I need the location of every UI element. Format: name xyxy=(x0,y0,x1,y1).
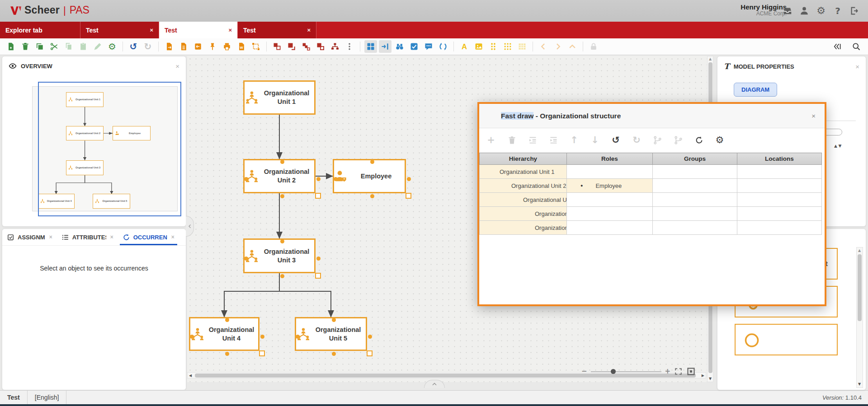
fast-draw-row-3[interactable]: Organizational Unit 3 xyxy=(480,193,822,207)
chevron-left-button[interactable] xyxy=(537,40,550,53)
document-tab-test-1[interactable]: Test× xyxy=(80,22,159,38)
fast-draw-row-5[interactable]: Organizational Unit 5 xyxy=(480,221,822,235)
canvas-node-emp[interactable]: Employee xyxy=(333,159,406,193)
close-tab-icon[interactable]: × xyxy=(307,27,311,33)
dots-3x3-button[interactable] xyxy=(501,40,514,53)
crop-button[interactable] xyxy=(250,40,262,53)
selection-handle-dot[interactable] xyxy=(244,257,248,261)
layer-front-button[interactable] xyxy=(271,40,283,53)
fast-draw-undo-button[interactable]: ↺ xyxy=(610,135,621,145)
model-export-button[interactable] xyxy=(192,40,204,53)
roles-cell[interactable] xyxy=(567,221,653,235)
scroll-up-icon[interactable]: ▲ xyxy=(858,249,861,252)
file-lines-button[interactable] xyxy=(177,40,190,53)
status-model-name[interactable]: Test xyxy=(0,391,28,404)
minimap[interactable]: Organizational Unit 1Organizational Unit… xyxy=(2,56,187,227)
print-button[interactable] xyxy=(221,40,233,53)
stepper-down-icon[interactable]: ▼ xyxy=(838,144,841,148)
hierarchy-cell[interactable]: Organizational Unit 5 xyxy=(480,221,567,235)
inbox-button[interactable] xyxy=(782,5,793,16)
groups-cell[interactable] xyxy=(653,193,737,207)
selection-handle-dot[interactable] xyxy=(280,274,284,278)
clone-button[interactable] xyxy=(33,40,46,53)
close-icon[interactable]: × xyxy=(855,63,859,70)
groups-cell[interactable] xyxy=(653,207,737,221)
resize-handle[interactable] xyxy=(259,350,265,356)
diagram-tab-button[interactable]: DIAGRAM xyxy=(734,83,777,97)
canvas-node-ou2[interactable]: Organizational Unit 2 xyxy=(243,159,316,193)
palette-scrollbar-thumb[interactable] xyxy=(858,254,862,321)
roles-cell[interactable]: ●Employee xyxy=(567,179,653,193)
roles-cell[interactable] xyxy=(567,193,653,207)
locations-cell[interactable] xyxy=(737,207,822,221)
stepper-up-icon[interactable]: ▲ xyxy=(834,144,837,148)
file-word-button[interactable]: W xyxy=(235,40,248,53)
fit-to-screen-icon[interactable] xyxy=(686,367,696,376)
column-header-hierarchy[interactable]: Hierarchy xyxy=(480,153,567,165)
locations-cell[interactable] xyxy=(737,193,822,207)
fast-draw-row-2[interactable]: Organizational Unit 2●Employee xyxy=(480,179,822,193)
fast-draw-move-down-button[interactable]: ↓ xyxy=(590,135,600,145)
selection-handle-dot[interactable] xyxy=(334,177,338,181)
document-tab-test-2[interactable]: Test× xyxy=(159,22,238,38)
canvas-node-ou5[interactable]: Organizational Unit 5 xyxy=(295,317,367,351)
resize-handle[interactable] xyxy=(315,273,321,279)
search-button[interactable] xyxy=(850,40,863,53)
selection-handle-dot[interactable] xyxy=(316,257,321,261)
logout-button[interactable] xyxy=(849,5,860,16)
selection-handle-dot[interactable] xyxy=(280,160,284,164)
roles-cell[interactable] xyxy=(567,207,653,221)
zoom-in-button[interactable]: + xyxy=(665,368,671,375)
minimap-viewport[interactable] xyxy=(38,82,181,216)
selection-handle-dot[interactable] xyxy=(244,177,248,181)
fast-draw-row-1[interactable]: Organizational Unit 1 xyxy=(480,165,822,179)
palette-scrollbar[interactable]: ▲ ▼ xyxy=(856,247,863,388)
zoom-out-button[interactable]: − xyxy=(581,368,587,375)
chevron-right-button[interactable] xyxy=(552,40,564,53)
panel-tab-assignm[interactable]: ASSIGNM× xyxy=(2,229,57,245)
fast-draw-refresh-button[interactable] xyxy=(693,135,704,145)
zoom-slider[interactable] xyxy=(591,369,661,375)
close-tab-icon[interactable]: × xyxy=(150,27,153,33)
selection-handle-dot[interactable] xyxy=(368,335,372,339)
selection-handle-dot[interactable] xyxy=(370,194,374,198)
status-language[interactable]: [English] xyxy=(28,391,67,404)
binoculars-button[interactable] xyxy=(393,40,406,53)
locations-cell[interactable] xyxy=(737,165,822,179)
canvas-node-ou1[interactable]: Organizational Unit 1 xyxy=(243,80,316,115)
selection-handle-dot[interactable] xyxy=(332,318,336,322)
locations-cell[interactable] xyxy=(737,179,822,193)
groups-cell[interactable] xyxy=(653,179,737,193)
column-header-groups[interactable]: Groups xyxy=(653,153,737,165)
palette-item-role[interactable] xyxy=(735,324,838,355)
fast-draw-dialog-header[interactable]: Fast draw - Organizational structure × xyxy=(479,104,825,128)
fast-draw-trash-button[interactable] xyxy=(506,135,517,145)
column-header-roles[interactable]: Roles xyxy=(567,153,653,165)
chevron-up-button[interactable] xyxy=(566,40,579,53)
close-tab-icon[interactable]: × xyxy=(110,234,113,240)
user-button[interactable] xyxy=(799,5,810,16)
fast-draw-branch-alt-button[interactable] xyxy=(673,135,684,145)
fast-draw-redo-button[interactable]: ↻ xyxy=(631,135,642,145)
hierarchy-cell[interactable]: Organizational Unit 3 xyxy=(480,193,567,207)
fast-draw-outdent-button[interactable] xyxy=(527,135,538,145)
groups-cell[interactable] xyxy=(653,221,737,235)
fast-draw-indent-button[interactable] xyxy=(548,135,559,145)
file-plus-button[interactable] xyxy=(5,40,17,53)
panel-tab-attributes[interactable]: ATTRIBUTES× xyxy=(57,229,118,245)
selection-handle-dot[interactable] xyxy=(280,194,284,198)
resize-handle[interactable] xyxy=(406,193,411,199)
gear-button[interactable]: ⚙ xyxy=(816,5,826,16)
close-tab-icon[interactable]: × xyxy=(171,234,175,240)
loop-button[interactable] xyxy=(437,40,449,53)
help-button[interactable]: ? xyxy=(832,5,843,16)
file-export-button[interactable] xyxy=(163,40,175,53)
selection-handle-dot[interactable] xyxy=(370,160,374,164)
selection-handle-dot[interactable] xyxy=(190,335,194,339)
scroll-down-icon[interactable]: ▼ xyxy=(858,383,861,386)
fast-draw-move-up-button[interactable]: ↑ xyxy=(569,135,580,145)
pin-button[interactable] xyxy=(206,40,219,53)
sitemap-button[interactable] xyxy=(329,40,341,53)
fast-draw-row-4[interactable]: Organizational Unit 4 xyxy=(480,207,822,221)
panel-tab-occurrenc[interactable]: OCCURRENC× xyxy=(118,229,179,245)
